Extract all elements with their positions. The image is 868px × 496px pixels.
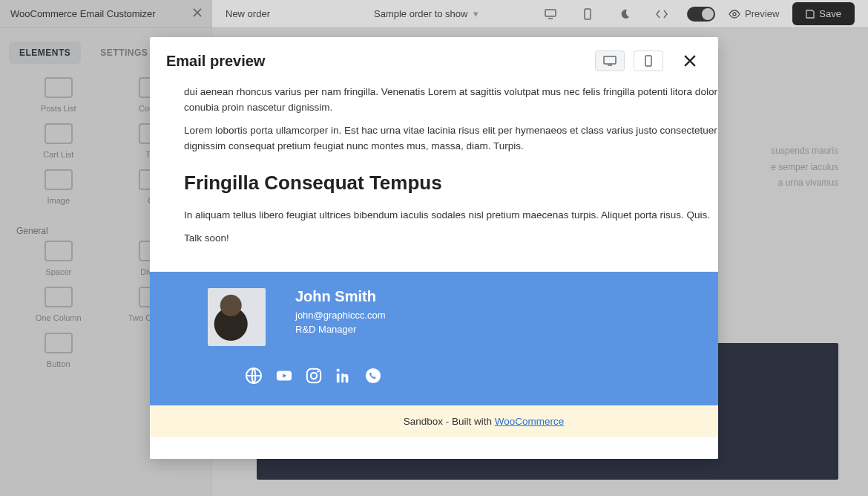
signature-email: john@graphiccc.com bbox=[295, 308, 386, 323]
svg-rect-3 bbox=[604, 56, 616, 64]
email-preview-modal: Email preview dui aenean rhoncus varius … bbox=[150, 37, 718, 459]
device-desktop-button[interactable] bbox=[595, 50, 625, 71]
youtube-icon[interactable] bbox=[276, 368, 292, 387]
instagram-icon[interactable] bbox=[306, 368, 322, 387]
footer-text: Sandbox - Built with bbox=[404, 416, 495, 427]
signature-name: John Smith bbox=[295, 288, 386, 305]
email-content: dui aenean rhoncus varius per nam fringi… bbox=[150, 85, 718, 459]
mobile-icon bbox=[645, 55, 652, 67]
email-signature: John Smith john@graphiccc.com R&D Manage… bbox=[150, 272, 718, 405]
email-heading: Fringilla Consequat Tempus bbox=[184, 168, 718, 198]
email-paragraph: In aliquam tellus libero feugiat ultrice… bbox=[184, 208, 718, 223]
email-footer: Sandbox - Built with WooCommerce bbox=[150, 405, 718, 437]
svg-point-8 bbox=[311, 373, 317, 379]
signature-role: R&D Manager bbox=[295, 322, 386, 337]
svg-rect-7 bbox=[307, 369, 320, 382]
x-icon bbox=[684, 55, 696, 67]
svg-rect-10 bbox=[337, 373, 340, 382]
footer-link[interactable]: WooCommerce bbox=[495, 416, 565, 427]
modal-close-button[interactable] bbox=[678, 49, 702, 73]
linkedin-icon[interactable] bbox=[335, 368, 352, 387]
email-closing: Talk soon! bbox=[184, 231, 718, 247]
device-mobile-button[interactable] bbox=[634, 50, 663, 71]
modal-title: Email preview bbox=[166, 53, 586, 70]
monitor-icon bbox=[603, 56, 617, 66]
email-paragraph: dui aenean rhoncus varius per nam fringi… bbox=[184, 85, 718, 116]
modal-header: Email preview bbox=[150, 37, 718, 85]
globe-icon[interactable] bbox=[245, 367, 263, 388]
whatsapp-icon[interactable] bbox=[365, 368, 381, 387]
svg-point-12 bbox=[366, 368, 381, 383]
svg-rect-4 bbox=[645, 56, 651, 66]
avatar bbox=[208, 288, 266, 346]
modal-body-scroll[interactable]: dui aenean rhoncus varius per nam fringi… bbox=[150, 85, 718, 459]
svg-point-11 bbox=[337, 368, 340, 371]
svg-point-9 bbox=[317, 371, 319, 373]
modal-overlay: Email preview dui aenean rhoncus varius … bbox=[0, 0, 868, 496]
email-paragraph: Lorem lobortis porta ullamcorper in. Est… bbox=[184, 123, 718, 154]
